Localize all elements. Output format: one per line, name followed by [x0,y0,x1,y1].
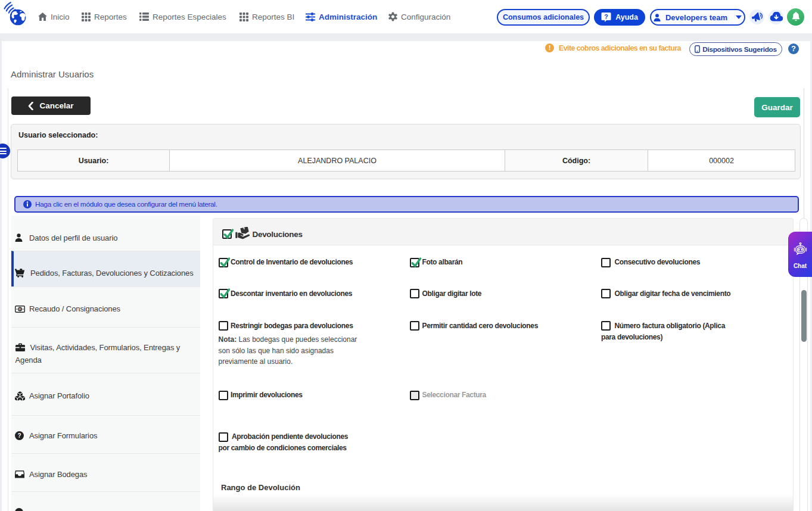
svg-text:?: ? [604,13,608,20]
svg-text:?: ? [17,432,21,439]
